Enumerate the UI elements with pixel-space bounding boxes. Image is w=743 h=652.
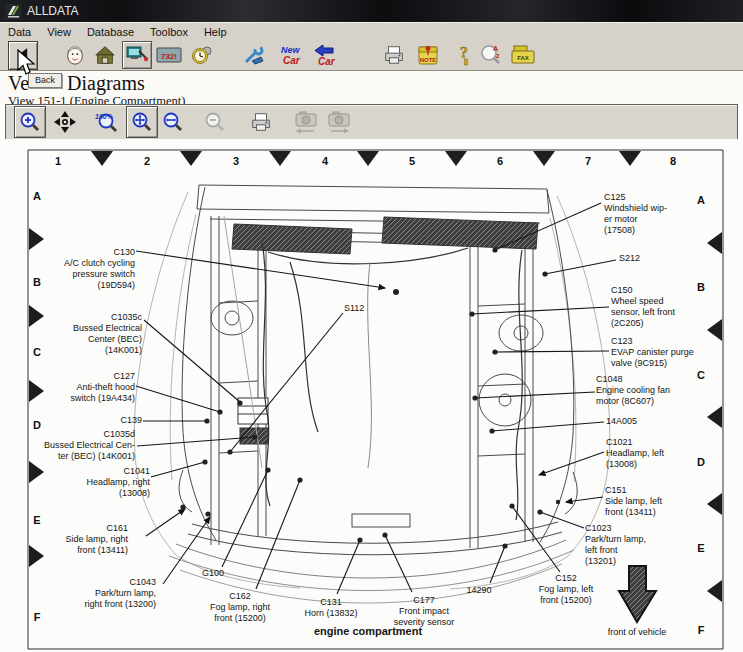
search-az-button[interactable]: A z: [480, 42, 504, 68]
previous-diagram-button: [292, 109, 320, 135]
search-z-glyph: z: [496, 52, 500, 59]
print-button[interactable]: [382, 42, 406, 68]
new-car-text-top: New: [281, 45, 301, 55]
back-tooltip: Back: [28, 73, 62, 88]
menu-item-help[interactable]: Help: [196, 25, 235, 39]
operator-face-icon: [64, 43, 86, 67]
next-diagram-button: [325, 109, 353, 135]
new-car-icon: New Car: [278, 43, 304, 67]
hand-tools-icon: [242, 44, 266, 66]
help-key-icon: ?: [458, 43, 474, 67]
notes-button[interactable]: NOTE: [416, 42, 440, 68]
main-toolbar: 732! New Car Car: [0, 40, 743, 71]
code-lookup-button[interactable]: 732!: [156, 42, 182, 68]
zoom-fit-width-button[interactable]: [160, 109, 186, 135]
menu-item-view[interactable]: View: [39, 25, 79, 39]
pan-icon: [53, 110, 77, 134]
code-badge-text: 732!: [161, 52, 177, 61]
menu-item-toolbox[interactable]: Toolbox: [142, 25, 196, 39]
heading-area: Ve Diagrams View 151-1 (Engine Compartme…: [0, 71, 743, 104]
zoom-fit-width-icon: [161, 110, 185, 134]
code-badge-icon: 732!: [156, 45, 182, 65]
printer-icon: [382, 44, 406, 66]
search-a-glyph: A: [493, 45, 498, 52]
menu-bar: DataViewDatabaseToolboxHelp: [0, 22, 743, 41]
zoom-in-icon: [18, 110, 42, 134]
back-button[interactable]: [8, 41, 38, 70]
garage-button[interactable]: [94, 42, 116, 68]
viewer-toolbar: 100%: [5, 104, 738, 140]
new-car-button[interactable]: New Car: [278, 42, 304, 68]
zoom-fit-page-icon: [130, 110, 154, 134]
menu-item-data[interactable]: Data: [0, 25, 39, 39]
zoom-100-button[interactable]: 100%: [94, 109, 120, 135]
clipped-heading-text: Ve: [8, 72, 29, 95]
previous-car-text: Car: [318, 56, 336, 67]
fax-mail-button[interactable]: FAX: [510, 42, 536, 68]
window-title: ALLDATA: [27, 4, 79, 18]
note-icon: NOTE: [416, 43, 440, 67]
service-tools-button[interactable]: [242, 42, 266, 68]
operator-button[interactable]: [64, 42, 86, 68]
back-arrow-icon: [13, 45, 33, 65]
help-glyph: ?: [460, 44, 468, 61]
camera-next-icon: [326, 109, 352, 135]
page-title: Diagrams: [67, 72, 145, 95]
scan-tool-button[interactable]: [122, 41, 152, 69]
pan-button[interactable]: [52, 109, 78, 135]
zoom-out-button: [202, 109, 228, 135]
scheduler-button[interactable]: [190, 42, 214, 68]
new-car-text-bottom: Car: [283, 55, 301, 66]
diagram-viewport[interactable]: [0, 139, 743, 652]
zoom-fit-page-button[interactable]: [126, 106, 158, 138]
app-icon: [6, 4, 21, 19]
scheduler-clock-icon: [190, 43, 214, 67]
previous-car-icon: Car: [312, 43, 336, 67]
scan-tool-icon: [125, 43, 149, 67]
zoom-in-button[interactable]: [14, 106, 46, 138]
title-bar: ALLDATA: [0, 0, 743, 22]
menu-item-database[interactable]: Database: [79, 25, 142, 39]
note-text: NOTE: [420, 57, 437, 63]
zoom-100-label: 100%: [95, 113, 113, 120]
print-diagram-button[interactable]: [248, 109, 274, 135]
search-az-icon: A z: [480, 43, 504, 67]
help-button[interactable]: ?: [458, 42, 474, 68]
garage-icon: [94, 44, 116, 66]
fax-text: FAX: [517, 55, 529, 61]
printer-icon: [249, 111, 273, 133]
previous-car-button[interactable]: Car: [312, 42, 336, 68]
fax-machine-icon: FAX: [510, 44, 536, 66]
zoom-out-icon: [203, 110, 227, 134]
camera-previous-icon: [293, 109, 319, 135]
